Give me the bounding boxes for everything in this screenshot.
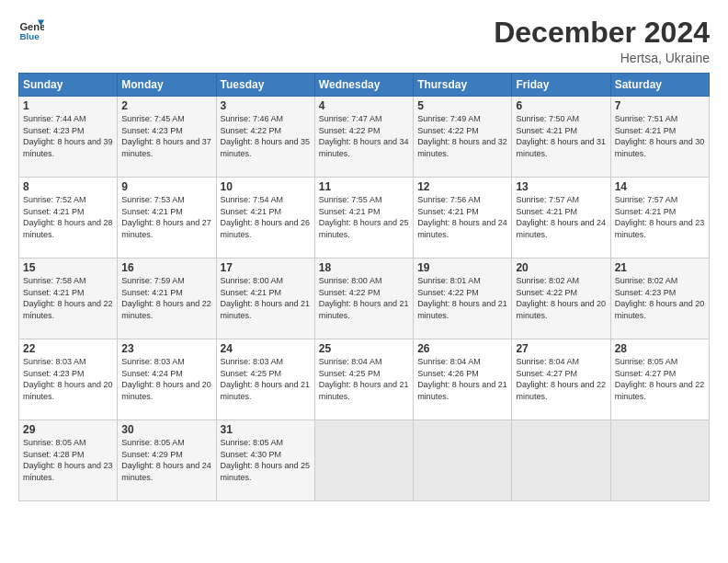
calendar-page: General Blue December 2024 Hertsa, Ukrai…: [0, 0, 728, 563]
day-cell: 24Sunrise: 8:03 AMSunset: 4:25 PMDayligh…: [216, 339, 314, 420]
day-info: Sunrise: 8:05 AMSunset: 4:27 PMDaylight:…: [615, 357, 705, 401]
day-cell: 27Sunrise: 8:04 AMSunset: 4:27 PMDayligh…: [512, 339, 610, 420]
day-cell: 30Sunrise: 8:05 AMSunset: 4:29 PMDayligh…: [118, 420, 216, 501]
week-row-4: 22Sunrise: 8:03 AMSunset: 4:23 PMDayligh…: [19, 339, 710, 420]
day-cell: 13Sunrise: 7:57 AMSunset: 4:21 PMDayligh…: [512, 178, 610, 259]
day-cell: 19Sunrise: 8:01 AMSunset: 4:22 PMDayligh…: [414, 259, 512, 339]
day-number: 14: [615, 180, 705, 193]
week-row-2: 8Sunrise: 7:52 AMSunset: 4:21 PMDaylight…: [19, 178, 710, 259]
day-cell: 9Sunrise: 7:53 AMSunset: 4:21 PMDaylight…: [118, 178, 216, 259]
day-number: 17: [221, 261, 311, 274]
day-cell: [314, 420, 413, 501]
day-number: 28: [615, 342, 705, 355]
day-info: Sunrise: 7:45 AMSunset: 4:23 PMDaylight:…: [121, 114, 211, 158]
svg-text:Blue: Blue: [19, 31, 40, 41]
day-cell: 23Sunrise: 8:03 AMSunset: 4:24 PMDayligh…: [118, 339, 216, 420]
day-number: 3: [221, 99, 311, 112]
day-cell: 16Sunrise: 7:59 AMSunset: 4:21 PMDayligh…: [118, 259, 216, 339]
day-number: 7: [615, 99, 705, 112]
day-cell: 20Sunrise: 8:02 AMSunset: 4:22 PMDayligh…: [512, 259, 610, 339]
day-cell: 31Sunrise: 8:05 AMSunset: 4:30 PMDayligh…: [216, 420, 314, 501]
day-info: Sunrise: 7:56 AMSunset: 4:21 PMDaylight:…: [417, 195, 507, 239]
day-info: Sunrise: 7:57 AMSunset: 4:21 PMDaylight:…: [516, 195, 606, 239]
day-number: 5: [417, 99, 507, 112]
day-info: Sunrise: 7:53 AMSunset: 4:21 PMDaylight:…: [121, 195, 211, 239]
day-cell: 4Sunrise: 7:47 AMSunset: 4:22 PMDaylight…: [314, 97, 413, 178]
day-cell: 7Sunrise: 7:51 AMSunset: 4:21 PMDaylight…: [610, 97, 709, 178]
day-number: 27: [516, 342, 606, 355]
day-number: 18: [319, 261, 409, 274]
day-number: 1: [23, 99, 113, 112]
day-number: 4: [319, 99, 409, 112]
day-number: 31: [221, 423, 311, 436]
day-cell: 22Sunrise: 8:03 AMSunset: 4:23 PMDayligh…: [19, 339, 118, 420]
day-number: 12: [417, 180, 507, 193]
day-cell: 14Sunrise: 7:57 AMSunset: 4:21 PMDayligh…: [610, 178, 709, 259]
day-number: 13: [516, 180, 606, 193]
day-cell: 10Sunrise: 7:54 AMSunset: 4:21 PMDayligh…: [216, 178, 314, 259]
day-info: Sunrise: 8:02 AMSunset: 4:22 PMDaylight:…: [516, 276, 606, 320]
day-number: 6: [516, 99, 606, 112]
day-info: Sunrise: 7:51 AMSunset: 4:21 PMDaylight:…: [615, 114, 705, 158]
weekday-sunday: Sunday: [19, 74, 118, 97]
day-info: Sunrise: 8:04 AMSunset: 4:25 PMDaylight:…: [319, 357, 409, 401]
day-cell: 6Sunrise: 7:50 AMSunset: 4:21 PMDaylight…: [512, 97, 610, 178]
week-row-5: 29Sunrise: 8:05 AMSunset: 4:28 PMDayligh…: [19, 420, 710, 501]
day-number: 30: [121, 423, 211, 436]
day-info: Sunrise: 8:05 AMSunset: 4:30 PMDaylight:…: [221, 438, 311, 482]
day-number: 24: [221, 342, 311, 355]
calendar-body: 1Sunrise: 7:44 AMSunset: 4:23 PMDaylight…: [19, 97, 710, 501]
day-number: 20: [516, 261, 606, 274]
day-info: Sunrise: 8:01 AMSunset: 4:22 PMDaylight:…: [417, 276, 507, 320]
day-number: 29: [23, 423, 113, 436]
day-info: Sunrise: 8:04 AMSunset: 4:26 PMDaylight:…: [417, 357, 507, 401]
day-info: Sunrise: 7:57 AMSunset: 4:21 PMDaylight:…: [615, 195, 705, 239]
day-cell: 12Sunrise: 7:56 AMSunset: 4:21 PMDayligh…: [414, 178, 512, 259]
day-cell: 2Sunrise: 7:45 AMSunset: 4:23 PMDaylight…: [118, 97, 216, 178]
day-info: Sunrise: 7:44 AMSunset: 4:23 PMDaylight:…: [23, 114, 113, 158]
weekday-wednesday: Wednesday: [314, 74, 413, 97]
day-number: 26: [417, 342, 507, 355]
logo-icon: General Blue: [18, 17, 44, 42]
day-number: 23: [121, 342, 211, 355]
day-info: Sunrise: 8:03 AMSunset: 4:24 PMDaylight:…: [121, 357, 211, 401]
day-number: 21: [615, 261, 705, 274]
day-cell: 5Sunrise: 7:49 AMSunset: 4:22 PMDaylight…: [414, 97, 512, 178]
day-number: 25: [319, 342, 409, 355]
day-cell: 21Sunrise: 8:02 AMSunset: 4:23 PMDayligh…: [610, 259, 709, 339]
day-cell: 8Sunrise: 7:52 AMSunset: 4:21 PMDaylight…: [19, 178, 118, 259]
day-number: 22: [23, 342, 113, 355]
weekday-tuesday: Tuesday: [216, 74, 314, 97]
day-info: Sunrise: 7:58 AMSunset: 4:21 PMDaylight:…: [23, 276, 113, 320]
day-cell: 28Sunrise: 8:05 AMSunset: 4:27 PMDayligh…: [610, 339, 709, 420]
day-info: Sunrise: 7:50 AMSunset: 4:21 PMDaylight:…: [516, 114, 606, 158]
week-row-3: 15Sunrise: 7:58 AMSunset: 4:21 PMDayligh…: [19, 259, 710, 339]
day-number: 8: [23, 180, 113, 193]
day-number: 11: [319, 180, 409, 193]
logo: General Blue: [18, 17, 44, 42]
day-info: Sunrise: 8:00 AMSunset: 4:21 PMDaylight:…: [221, 276, 311, 320]
day-info: Sunrise: 7:52 AMSunset: 4:21 PMDaylight:…: [23, 195, 113, 239]
weekday-thursday: Thursday: [414, 74, 512, 97]
day-info: Sunrise: 7:54 AMSunset: 4:21 PMDaylight:…: [221, 195, 311, 239]
day-cell: 29Sunrise: 8:05 AMSunset: 4:28 PMDayligh…: [19, 420, 118, 501]
day-info: Sunrise: 8:00 AMSunset: 4:22 PMDaylight:…: [319, 276, 409, 320]
day-info: Sunrise: 8:04 AMSunset: 4:27 PMDaylight:…: [516, 357, 606, 401]
day-number: 10: [221, 180, 311, 193]
day-info: Sunrise: 7:47 AMSunset: 4:22 PMDaylight:…: [319, 114, 409, 158]
day-cell: 25Sunrise: 8:04 AMSunset: 4:25 PMDayligh…: [314, 339, 413, 420]
day-number: 15: [23, 261, 113, 274]
day-cell: 26Sunrise: 8:04 AMSunset: 4:26 PMDayligh…: [414, 339, 512, 420]
day-cell: [512, 420, 610, 501]
title-block: December 2024 Hertsa, Ukraine: [494, 17, 710, 65]
day-cell: [414, 420, 512, 501]
day-number: 2: [121, 99, 211, 112]
week-row-1: 1Sunrise: 7:44 AMSunset: 4:23 PMDaylight…: [19, 97, 710, 178]
weekday-monday: Monday: [118, 74, 216, 97]
day-info: Sunrise: 7:49 AMSunset: 4:22 PMDaylight:…: [417, 114, 507, 158]
day-cell: [610, 420, 709, 501]
day-info: Sunrise: 7:59 AMSunset: 4:21 PMDaylight:…: [121, 276, 211, 320]
day-info: Sunrise: 7:46 AMSunset: 4:22 PMDaylight:…: [221, 114, 311, 158]
day-cell: 18Sunrise: 8:00 AMSunset: 4:22 PMDayligh…: [314, 259, 413, 339]
day-info: Sunrise: 8:05 AMSunset: 4:28 PMDaylight:…: [23, 438, 113, 482]
